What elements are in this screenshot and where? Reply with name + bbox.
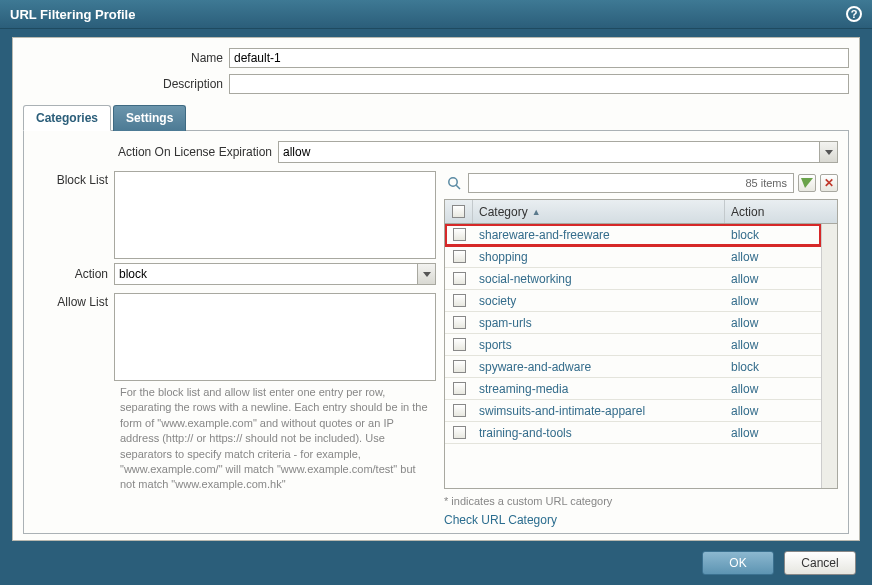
description-label: Description — [23, 77, 229, 91]
dialog-title: URL Filtering Profile — [10, 7, 135, 22]
grid-toolbar: 85 items ✕ — [444, 171, 838, 195]
header-action[interactable]: Action — [725, 200, 821, 223]
table-row[interactable]: training-and-toolsallow — [445, 422, 821, 444]
row-category[interactable]: training-and-tools — [473, 426, 725, 440]
row-action[interactable]: allow — [725, 382, 821, 396]
row-category[interactable]: spam-urls — [473, 316, 725, 330]
filter-apply-icon[interactable] — [798, 174, 816, 192]
header-action-label: Action — [731, 205, 764, 219]
row-category[interactable]: sports — [473, 338, 725, 352]
description-input[interactable] — [229, 74, 849, 94]
table-row[interactable]: streaming-mediaallow — [445, 378, 821, 400]
row-action[interactable]: allow — [725, 250, 821, 264]
row-checkbox[interactable] — [453, 404, 466, 417]
header-category-label: Category — [479, 205, 528, 219]
row-category[interactable]: shareware-and-freeware — [473, 228, 725, 242]
row-checkbox-cell — [445, 382, 473, 395]
license-expiration-value: allow — [283, 145, 310, 159]
row-checkbox[interactable] — [453, 382, 466, 395]
row-checkbox[interactable] — [453, 426, 466, 439]
table-row[interactable]: sportsallow — [445, 334, 821, 356]
row-category[interactable]: swimsuits-and-intimate-apparel — [473, 404, 725, 418]
block-action-row: Action block — [34, 263, 436, 285]
search-input[interactable]: 85 items — [468, 173, 794, 193]
right-column: 85 items ✕ Category — [444, 171, 838, 527]
row-checkbox-cell — [445, 338, 473, 351]
row-checkbox-cell — [445, 316, 473, 329]
grid-rows[interactable]: shareware-and-freewareblockshoppingallow… — [445, 224, 821, 488]
row-category[interactable]: spyware-and-adware — [473, 360, 725, 374]
row-checkbox-cell — [445, 426, 473, 439]
row-action[interactable]: allow — [725, 294, 821, 308]
block-list-row: Block List — [34, 171, 436, 259]
table-row[interactable]: spam-urlsallow — [445, 312, 821, 334]
header-checkbox-cell — [445, 200, 473, 223]
row-category[interactable]: shopping — [473, 250, 725, 264]
block-list-label: Block List — [34, 171, 114, 259]
row-checkbox-cell — [445, 272, 473, 285]
header-category[interactable]: Category ▲ — [473, 200, 725, 223]
url-filtering-dialog: URL Filtering Profile ? Name Description… — [0, 0, 872, 585]
row-checkbox[interactable] — [453, 338, 466, 351]
row-checkbox[interactable] — [453, 250, 466, 263]
table-row[interactable]: shareware-and-freewareblock — [445, 224, 821, 246]
name-label: Name — [23, 51, 229, 65]
license-expiration-row: Action On License Expiration allow — [34, 141, 838, 163]
row-action[interactable]: block — [725, 228, 821, 242]
row-checkbox[interactable] — [453, 272, 466, 285]
search-count: 85 items — [745, 177, 787, 189]
row-checkbox-cell — [445, 360, 473, 373]
ok-button[interactable]: OK — [702, 551, 774, 575]
row-action[interactable]: allow — [725, 404, 821, 418]
row-checkbox[interactable] — [453, 360, 466, 373]
chevron-down-icon[interactable] — [417, 264, 435, 284]
list-help-text: For the block list and allow list enter … — [34, 385, 436, 493]
category-grid: Category ▲ Action shareware-and-freeware… — [444, 199, 838, 489]
tab-strip: Categories Settings — [23, 104, 849, 131]
table-row[interactable]: social-networkingallow — [445, 268, 821, 290]
row-action[interactable]: allow — [725, 338, 821, 352]
allow-list-box[interactable] — [114, 293, 436, 381]
tab-settings[interactable]: Settings — [113, 105, 186, 131]
select-all-checkbox[interactable] — [452, 205, 465, 218]
dialog-footer: OK Cancel — [0, 541, 872, 585]
allow-list-row: Allow List — [34, 293, 436, 381]
row-category[interactable]: streaming-media — [473, 382, 725, 396]
block-list-box[interactable] — [114, 171, 436, 259]
row-action[interactable]: allow — [725, 272, 821, 286]
name-row: Name — [23, 48, 849, 68]
tab-categories[interactable]: Categories — [23, 105, 111, 131]
row-action[interactable]: allow — [725, 426, 821, 440]
table-row[interactable]: societyallow — [445, 290, 821, 312]
license-expiration-select[interactable]: allow — [278, 141, 838, 163]
row-action[interactable]: allow — [725, 316, 821, 330]
search-icon[interactable] — [444, 173, 464, 193]
scrollbar[interactable] — [821, 224, 837, 488]
grid-header: Category ▲ Action — [445, 200, 837, 224]
row-checkbox-cell — [445, 404, 473, 417]
row-category[interactable]: society — [473, 294, 725, 308]
check-url-category-link[interactable]: Check URL Category — [444, 513, 838, 527]
description-row: Description — [23, 74, 849, 94]
name-input[interactable] — [229, 48, 849, 68]
block-action-select[interactable]: block — [114, 263, 436, 285]
cancel-button[interactable]: Cancel — [784, 551, 856, 575]
table-row[interactable]: spyware-and-adwareblock — [445, 356, 821, 378]
filter-clear-icon[interactable]: ✕ — [820, 174, 838, 192]
table-row[interactable]: shoppingallow — [445, 246, 821, 268]
left-column: Block List Action block Allow — [34, 171, 436, 527]
row-checkbox-cell — [445, 294, 473, 307]
dialog-body: Name Description Categories Settings Act… — [12, 37, 860, 541]
row-checkbox-cell — [445, 228, 473, 241]
tab-categories-panel: Action On License Expiration allow Block… — [23, 131, 849, 534]
svg-line-1 — [456, 185, 460, 189]
chevron-down-icon[interactable] — [819, 142, 837, 162]
row-action[interactable]: block — [725, 360, 821, 374]
table-row[interactable]: swimsuits-and-intimate-apparelallow — [445, 400, 821, 422]
row-checkbox[interactable] — [453, 316, 466, 329]
dialog-header: URL Filtering Profile ? — [0, 0, 872, 29]
row-category[interactable]: social-networking — [473, 272, 725, 286]
help-icon[interactable]: ? — [846, 6, 862, 22]
row-checkbox[interactable] — [453, 228, 466, 241]
row-checkbox[interactable] — [453, 294, 466, 307]
